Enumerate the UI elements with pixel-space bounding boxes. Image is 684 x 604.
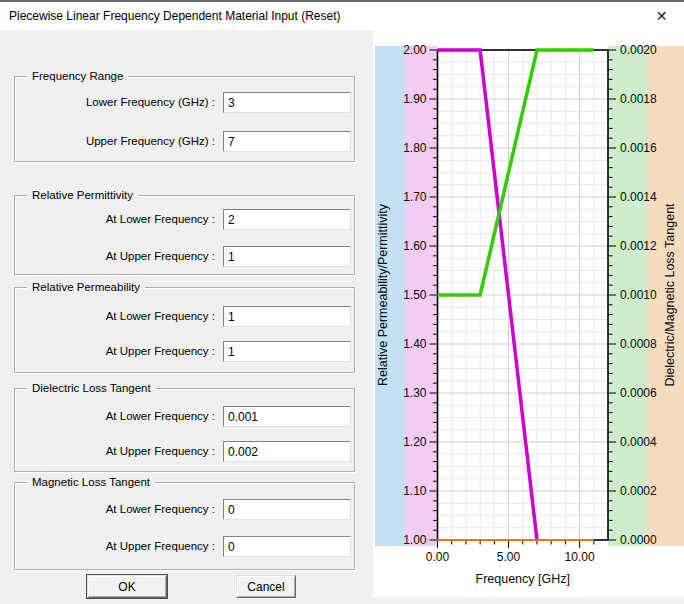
right-tick-label: 0.0006 bbox=[620, 386, 657, 400]
field-label: At Upper Frequency : bbox=[15, 539, 215, 554]
right-tick-label: 0.0000 bbox=[620, 533, 657, 547]
field-label: At Lower Frequency : bbox=[15, 212, 215, 227]
dialog-title: Piecewise Linear Frequency Dependent Mat… bbox=[0, 9, 341, 23]
group-legend: Magnetic Loss Tangent bbox=[27, 475, 155, 490]
group-box-relative-permeability: Relative PermeabilityAt Lower Frequency … bbox=[14, 287, 355, 373]
field-label: At Lower Frequency : bbox=[15, 409, 215, 424]
left-tick-label: 1.90 bbox=[403, 92, 427, 106]
field-label: Upper Frequency (GHz) : bbox=[15, 134, 215, 149]
input-relative-permittivity-at-upper-frequency[interactable] bbox=[223, 246, 351, 267]
group-box-relative-permittivity: Relative PermittivityAt Lower Frequency … bbox=[14, 195, 355, 275]
input-frequency-range-lower-frequency-ghz[interactable] bbox=[223, 92, 351, 113]
x-tick-label: 5.00 bbox=[497, 550, 521, 564]
right-tick-label: 0.0016 bbox=[620, 141, 657, 155]
right-tick-label: 0.0014 bbox=[620, 190, 657, 204]
input-dielectric-loss-tangent-at-upper-frequency[interactable] bbox=[223, 441, 351, 462]
left-tick-label: 1.10 bbox=[403, 484, 427, 498]
field-label: At Upper Frequency : bbox=[15, 344, 215, 359]
left-tick-label: 1.40 bbox=[403, 337, 427, 351]
group-legend: Frequency Range bbox=[27, 69, 128, 84]
left-tick-label: 1.70 bbox=[403, 190, 427, 204]
right-tick-label: 0.0002 bbox=[620, 484, 657, 498]
left-tick-label: 1.00 bbox=[403, 533, 427, 547]
title-bar: Piecewise Linear Frequency Dependent Mat… bbox=[0, 2, 684, 30]
group-legend: Relative Permittivity bbox=[27, 188, 138, 203]
left-tick-label: 1.80 bbox=[403, 141, 427, 155]
dialog-window: Piecewise Linear Frequency Dependent Mat… bbox=[0, 0, 684, 604]
input-frequency-range-upper-frequency-ghz[interactable] bbox=[223, 131, 351, 152]
group-legend: Dielectric Loss Tangent bbox=[27, 381, 156, 396]
left-tick-label: 1.30 bbox=[403, 386, 427, 400]
input-relative-permittivity-at-lower-frequency[interactable] bbox=[223, 209, 351, 230]
ok-button[interactable]: OK bbox=[87, 575, 167, 598]
right-tick-label: 0.0020 bbox=[620, 43, 657, 57]
input-relative-permeability-at-lower-frequency[interactable] bbox=[223, 306, 351, 327]
x-tick-label: 10.00 bbox=[565, 550, 595, 564]
field-label: At Upper Frequency : bbox=[15, 444, 215, 459]
x-axis-title: Frequency [GHz] bbox=[476, 572, 570, 586]
group-box-magnetic-loss-tangent: Magnetic Loss TangentAt Lower Frequency … bbox=[14, 482, 355, 570]
left-tick-label: 1.60 bbox=[403, 239, 427, 253]
right-tick-label: 0.0004 bbox=[620, 435, 657, 449]
material-preview-chart: 2.001.901.801.701.601.501.401.301.201.10… bbox=[373, 30, 684, 597]
group-box-frequency-range: Frequency RangeLower Frequency (GHz) :Up… bbox=[14, 76, 355, 162]
field-label: Lower Frequency (GHz) : bbox=[15, 95, 215, 110]
input-relative-permeability-at-upper-frequency[interactable] bbox=[223, 341, 351, 362]
left-tick-label: 1.20 bbox=[403, 435, 427, 449]
left-tick-label: 2.00 bbox=[403, 43, 427, 57]
right-tick-label: 0.0010 bbox=[620, 288, 657, 302]
close-icon[interactable]: ✕ bbox=[639, 2, 684, 30]
right-axis-title: Dielectric/Magnetic Loss Tangent bbox=[663, 203, 677, 387]
right-tick-label: 0.0018 bbox=[620, 92, 657, 106]
chart-canvas: 2.001.901.801.701.601.501.401.301.201.10… bbox=[373, 30, 684, 597]
field-label: At Lower Frequency : bbox=[15, 502, 215, 517]
cancel-button[interactable]: Cancel bbox=[236, 575, 296, 598]
right-tick-label: 0.0008 bbox=[620, 337, 657, 351]
field-label: At Upper Frequency : bbox=[15, 249, 215, 264]
input-magnetic-loss-tangent-at-upper-frequency[interactable] bbox=[223, 536, 351, 557]
group-box-dielectric-loss-tangent: Dielectric Loss TangentAt Lower Frequenc… bbox=[14, 388, 355, 472]
left-tick-label: 1.50 bbox=[403, 288, 427, 302]
form-panel: Frequency RangeLower Frequency (GHz) :Up… bbox=[0, 30, 373, 604]
left-axis-title: Relative Permeability/Permittivity bbox=[376, 203, 390, 386]
group-legend: Relative Permeability bbox=[27, 280, 145, 295]
input-dielectric-loss-tangent-at-lower-frequency[interactable] bbox=[223, 406, 351, 427]
right-tick-label: 0.0012 bbox=[620, 239, 657, 253]
field-label: At Lower Frequency : bbox=[15, 309, 215, 324]
input-magnetic-loss-tangent-at-lower-frequency[interactable] bbox=[223, 499, 351, 520]
x-tick-label: 0.00 bbox=[426, 550, 450, 564]
